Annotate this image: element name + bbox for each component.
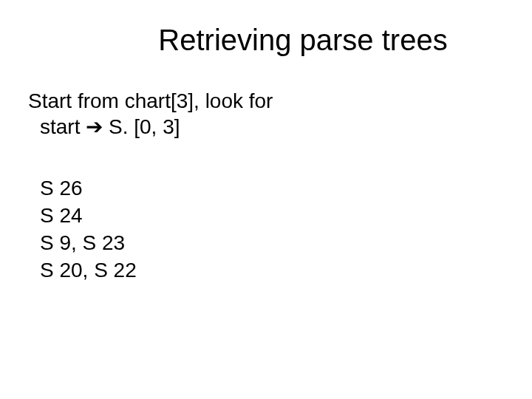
slide: Retrieving parse trees Start from chart[… xyxy=(0,0,532,399)
line2-suffix: S. [0, 3] xyxy=(103,115,180,138)
list-item: S 9, S 23 xyxy=(40,230,532,256)
slide-content: Start from chart[3], look for start ➔ S.… xyxy=(0,88,532,283)
list-item: S 24 xyxy=(40,202,532,228)
arrow-right-icon: ➔ xyxy=(86,115,103,138)
state-list: S 26 S 24 S 9, S 23 S 20, S 22 xyxy=(28,175,532,283)
description-line-1: Start from chart[3], look for xyxy=(28,88,532,114)
slide-title: Retrieving parse trees xyxy=(0,24,532,57)
list-item: S 20, S 22 xyxy=(40,257,532,283)
list-item: S 26 xyxy=(40,175,532,201)
line2-prefix: start xyxy=(40,115,86,138)
description-line-2: start ➔ S. [0, 3] xyxy=(28,114,532,140)
